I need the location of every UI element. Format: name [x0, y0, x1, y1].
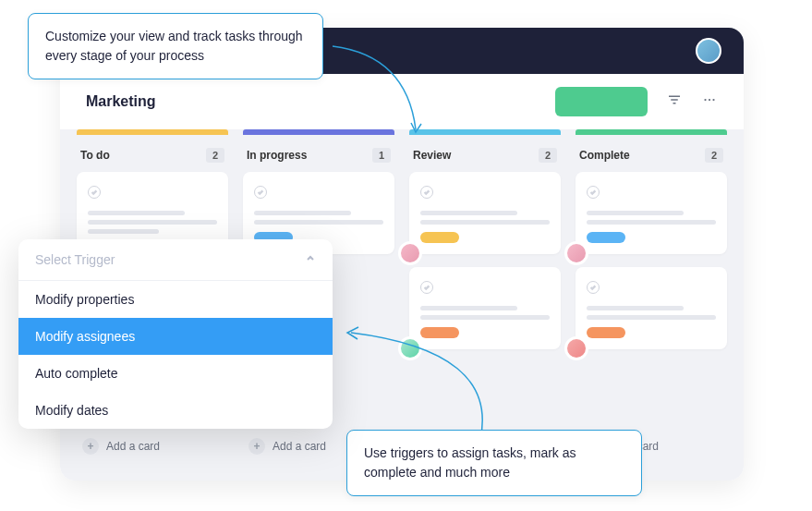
- column-header: Review 2: [409, 139, 561, 172]
- checkmark-icon: [88, 186, 101, 199]
- board-header: Marketing: [60, 74, 744, 129]
- more-icon[interactable]: [701, 91, 718, 112]
- checkmark-icon: [254, 186, 267, 199]
- column-count: 2: [705, 148, 723, 163]
- callout-triggers: Use triggers to assign tasks, mark as co…: [346, 430, 642, 496]
- primary-action-button[interactable]: [555, 87, 648, 116]
- task-card[interactable]: [409, 172, 561, 254]
- checkmark-icon: [587, 186, 600, 199]
- chevron-up-icon: [305, 252, 316, 267]
- add-card-label: Add a card: [273, 440, 326, 453]
- column-count: 2: [206, 148, 224, 163]
- callout-customize: Customize your view and track tasks thro…: [28, 13, 323, 79]
- header-actions: [555, 87, 718, 116]
- checkmark-icon: [420, 281, 433, 294]
- task-card[interactable]: [576, 267, 727, 349]
- column-complete: Complete 2 + Add a card: [576, 129, 727, 464]
- column-count: 1: [372, 148, 391, 163]
- dropdown-item-modify-properties[interactable]: Modify properties: [18, 281, 333, 318]
- column-title: Complete: [579, 149, 630, 162]
- dropdown-label: Select Trigger: [35, 252, 115, 267]
- column-color-bar: [576, 129, 727, 135]
- assignee-avatar: [564, 241, 588, 265]
- column-count: 2: [539, 148, 557, 163]
- dropdown-item-auto-complete[interactable]: Auto complete: [18, 355, 333, 392]
- plus-icon: +: [82, 438, 99, 455]
- plus-icon: +: [248, 438, 265, 455]
- add-card-label: Add a card: [106, 440, 160, 453]
- column-color-bar: [243, 129, 394, 135]
- assignee-avatar: [398, 336, 422, 360]
- checkmark-icon: [587, 281, 600, 294]
- svg-point-3: [704, 99, 706, 101]
- filter-icon[interactable]: [666, 91, 683, 112]
- user-avatar[interactable]: [696, 38, 721, 64]
- column-color-bar: [409, 129, 561, 135]
- trigger-dropdown: Select Trigger Modify properties Modify …: [18, 239, 333, 429]
- column-header: Complete 2: [576, 139, 727, 172]
- dropdown-item-modify-assignees[interactable]: Modify assignees: [18, 318, 333, 355]
- column-review: Review 2 + Add a card: [409, 129, 561, 464]
- task-card[interactable]: [576, 172, 727, 254]
- column-color-bar: [77, 129, 228, 135]
- task-card[interactable]: [77, 172, 228, 249]
- task-card[interactable]: [409, 267, 561, 349]
- assignee-avatar: [564, 336, 588, 360]
- svg-point-5: [712, 99, 714, 101]
- column-title: Review: [413, 149, 451, 162]
- column-title: In progress: [247, 149, 307, 162]
- add-card-button[interactable]: + Add a card: [77, 429, 228, 464]
- column-header: To do 2: [77, 139, 228, 172]
- checkmark-icon: [420, 186, 433, 199]
- svg-point-4: [709, 99, 710, 101]
- column-header: In progress 1: [243, 139, 394, 172]
- dropdown-header[interactable]: Select Trigger: [18, 239, 333, 281]
- assignee-avatar: [398, 241, 422, 265]
- column-title: To do: [80, 149, 110, 162]
- board-title: Marketing: [86, 93, 156, 110]
- dropdown-item-modify-dates[interactable]: Modify dates: [18, 392, 333, 429]
